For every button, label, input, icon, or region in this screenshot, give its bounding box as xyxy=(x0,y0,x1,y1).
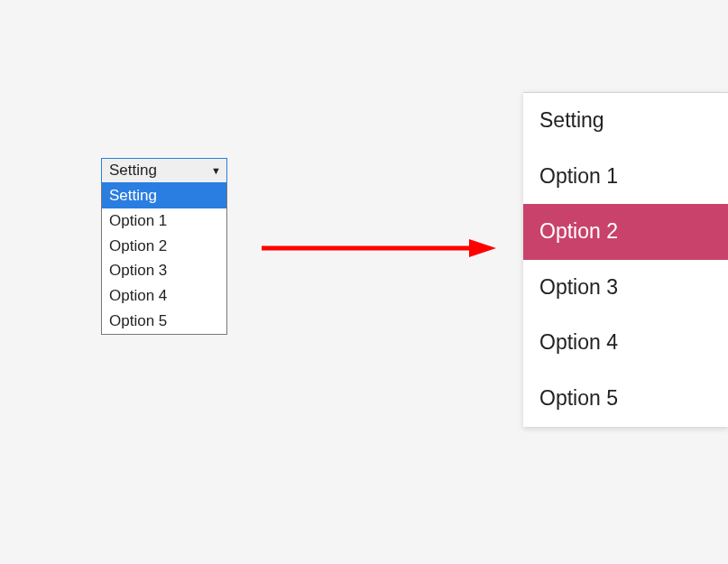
styled-select-option[interactable]: Option 3 xyxy=(523,260,728,316)
native-select-option[interactable]: Option 4 xyxy=(102,283,226,309)
styled-select-option[interactable]: Option 1 xyxy=(523,149,728,205)
native-select-option[interactable]: Option 5 xyxy=(102,309,226,334)
native-select-option[interactable]: Setting xyxy=(102,183,226,208)
native-select-listbox[interactable]: Setting Option 1 Option 2 Option 3 Optio… xyxy=(101,183,227,335)
native-select[interactable]: Setting ▼ Setting Option 1 Option 2 Opti… xyxy=(101,158,227,335)
styled-select-option[interactable]: Option 4 xyxy=(523,315,728,371)
native-select-button[interactable]: Setting ▼ xyxy=(101,158,227,183)
chevron-down-icon: ▼ xyxy=(211,166,221,176)
styled-select-option[interactable]: Option 5 xyxy=(523,371,728,427)
styled-select-option[interactable]: Option 2 xyxy=(523,204,728,260)
styled-select-option[interactable]: Setting xyxy=(523,93,728,149)
arrow-icon xyxy=(262,239,496,257)
styled-select[interactable]: Setting Option 1 Option 2 Option 3 Optio… xyxy=(523,92,728,427)
native-select-value: Setting xyxy=(109,162,157,180)
native-select-option[interactable]: Option 2 xyxy=(102,234,226,259)
native-select-option[interactable]: Option 3 xyxy=(102,258,226,283)
svg-marker-1 xyxy=(469,239,496,257)
native-select-option[interactable]: Option 1 xyxy=(102,208,226,234)
